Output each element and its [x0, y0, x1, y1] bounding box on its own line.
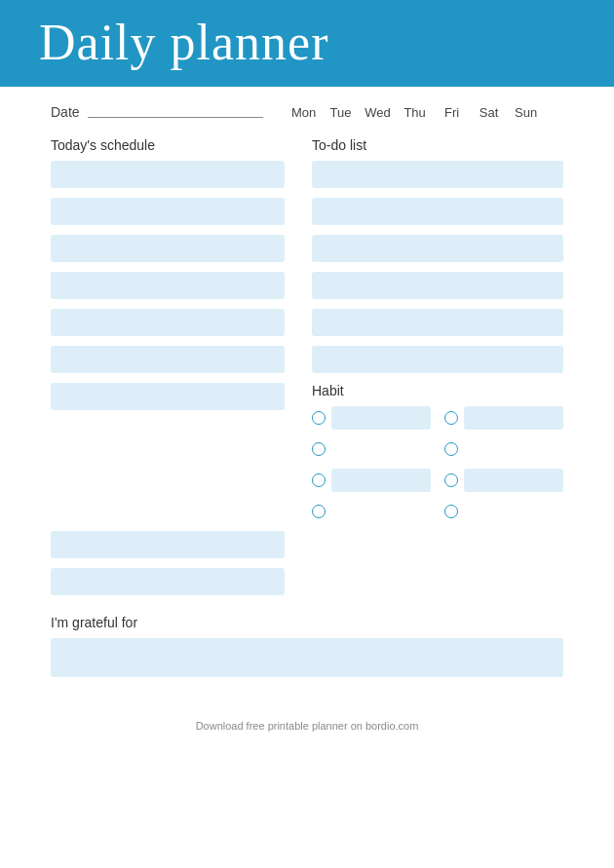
day-fri: Fri [439, 105, 466, 120]
todo-box-1[interactable] [312, 161, 563, 188]
todo-box-6[interactable] [312, 346, 563, 373]
grateful-section: I'm grateful for [51, 615, 563, 677]
habit-box-1-right[interactable] [464, 406, 563, 430]
habit-box-2-left [331, 437, 431, 461]
footer-text: Download free printable planner on bordi… [196, 720, 419, 732]
habit-circle-2-left[interactable] [312, 442, 326, 456]
habit-row-1-right [444, 406, 563, 430]
grateful-box[interactable] [51, 638, 563, 677]
todo-box-4[interactable] [312, 272, 563, 299]
grateful-label: I'm grateful for [51, 615, 563, 630]
todo-box-5[interactable] [312, 309, 563, 336]
habit-circle-3-right[interactable] [444, 473, 458, 487]
habit-circle-1-left[interactable] [312, 411, 326, 425]
page-title: Daily planner [39, 14, 575, 71]
habit-circle-4-right[interactable] [444, 505, 458, 518]
schedule-box-2[interactable] [51, 198, 285, 225]
footer: Download free printable planner on bordi… [0, 720, 614, 741]
schedule-box-7[interactable] [51, 383, 285, 410]
schedule-box-4[interactable] [51, 272, 285, 299]
day-mon: Mon [290, 105, 318, 120]
day-labels: Mon Tue Wed Thu Fri Sat Sun [290, 105, 540, 120]
bottom-left [51, 531, 285, 605]
habit-circle-4-left[interactable] [312, 505, 326, 518]
bottom-right-spacer [312, 531, 563, 605]
date-line [88, 106, 263, 118]
habit-row-3-left [312, 469, 431, 492]
habit-section: Habit [312, 383, 563, 531]
bottom-columns [51, 531, 563, 605]
todo-boxes [312, 161, 563, 373]
day-sun: Sun [513, 105, 540, 120]
habit-row-3-right [444, 469, 563, 492]
content-area: Date Mon Tue Wed Thu Fri Sat Sun Today's… [0, 87, 614, 697]
habit-circle-1-right[interactable] [444, 411, 458, 425]
todo-box-2[interactable] [312, 198, 563, 225]
habit-col-right [444, 406, 563, 531]
schedule-box-5[interactable] [51, 309, 285, 336]
todo-box-3[interactable] [312, 235, 563, 262]
habit-box-2-right [464, 437, 563, 461]
habit-row-2-right [444, 437, 563, 461]
schedule-boxes [51, 161, 285, 410]
habit-box-3-left[interactable] [331, 469, 431, 492]
date-label: Date [51, 104, 80, 120]
schedule-label: Today's schedule [51, 137, 285, 153]
habit-box-4-right [464, 500, 563, 523]
right-column: To-do list Habit [312, 137, 563, 531]
habit-box-4-left [331, 500, 431, 523]
habit-circle-3-left[interactable] [312, 473, 326, 487]
main-columns: Today's schedule To-do list [51, 137, 563, 531]
habit-label: Habit [312, 383, 563, 398]
day-tue: Tue [327, 105, 355, 120]
left-column: Today's schedule [51, 137, 285, 531]
habit-box-3-right[interactable] [464, 469, 563, 492]
schedule-box-1[interactable] [51, 161, 285, 188]
habit-row-4-left [312, 500, 431, 523]
schedule-box-8[interactable] [51, 531, 285, 558]
todo-label: To-do list [312, 137, 563, 153]
habit-col-left [312, 406, 431, 531]
schedule-box-9[interactable] [51, 568, 285, 595]
date-row: Date Mon Tue Wed Thu Fri Sat Sun [51, 104, 563, 120]
habit-row-1-left [312, 406, 431, 430]
header: Daily planner [0, 0, 614, 87]
schedule-box-3[interactable] [51, 235, 285, 262]
schedule-box-6[interactable] [51, 346, 285, 373]
habit-row-4-right [444, 500, 563, 523]
day-sat: Sat [476, 105, 503, 120]
day-wed: Wed [365, 105, 392, 120]
habit-box-1-left[interactable] [331, 406, 431, 430]
habit-grid [312, 406, 563, 531]
habit-circle-2-right[interactable] [444, 442, 458, 456]
day-thu: Thu [402, 105, 429, 120]
habit-row-2-left [312, 437, 431, 461]
